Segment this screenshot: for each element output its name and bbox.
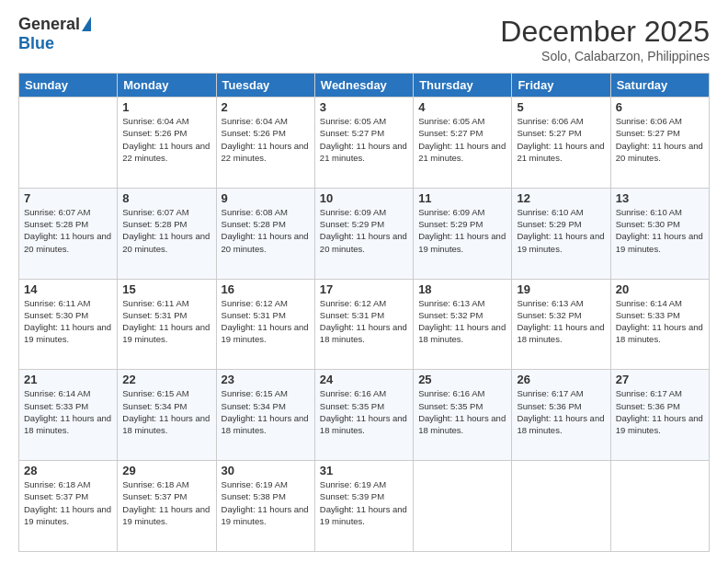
day-number: 15 <box>122 282 210 296</box>
calendar-cell: 31Sunrise: 6:19 AMSunset: 5:39 PMDayligh… <box>314 461 413 552</box>
calendar-cell: 12Sunrise: 6:10 AMSunset: 5:29 PMDayligh… <box>512 188 610 279</box>
day-of-week-header: Thursday <box>414 74 512 98</box>
day-info: Sunrise: 6:18 AMSunset: 5:37 PMDaylight:… <box>24 478 112 527</box>
day-number: 30 <box>222 464 310 477</box>
calendar-table: SundayMondayTuesdayWednesdayThursdayFrid… <box>18 73 710 552</box>
day-of-week-header: Wednesday <box>314 74 413 98</box>
day-info: Sunrise: 6:10 AMSunset: 5:30 PMDaylight:… <box>616 206 704 255</box>
day-number: 16 <box>222 282 310 296</box>
day-info: Sunrise: 6:19 AMSunset: 5:38 PMDaylight:… <box>222 478 310 527</box>
calendar-cell: 11Sunrise: 6:09 AMSunset: 5:29 PMDayligh… <box>414 188 512 279</box>
calendar-cell: 25Sunrise: 6:16 AMSunset: 5:35 PMDayligh… <box>414 370 512 461</box>
day-number: 23 <box>222 373 310 386</box>
day-number: 5 <box>517 100 605 114</box>
calendar-cell <box>610 461 709 552</box>
logo-triangle-icon <box>82 17 91 31</box>
calendar-cell: 5Sunrise: 6:06 AMSunset: 5:27 PMDaylight… <box>512 98 610 189</box>
day-info: Sunrise: 6:12 AMSunset: 5:31 PMDaylight:… <box>320 297 408 346</box>
day-info: Sunrise: 6:06 AMSunset: 5:27 PMDaylight:… <box>616 115 704 164</box>
day-number: 1 <box>122 100 210 114</box>
logo: General Blue <box>18 15 91 53</box>
day-number: 31 <box>320 464 408 477</box>
day-number: 20 <box>616 282 704 296</box>
logo-general-text: General <box>18 15 80 34</box>
day-number: 6 <box>616 100 704 114</box>
calendar-cell <box>512 461 610 552</box>
day-number: 29 <box>122 464 210 477</box>
day-info: Sunrise: 6:11 AMSunset: 5:31 PMDaylight:… <box>122 297 210 346</box>
calendar-cell: 20Sunrise: 6:14 AMSunset: 5:33 PMDayligh… <box>610 279 709 370</box>
logo-blue-text: Blue <box>18 34 54 53</box>
calendar-cell: 4Sunrise: 6:05 AMSunset: 5:27 PMDaylight… <box>414 98 512 189</box>
day-info: Sunrise: 6:18 AMSunset: 5:37 PMDaylight:… <box>122 478 210 527</box>
calendar-cell: 14Sunrise: 6:11 AMSunset: 5:30 PMDayligh… <box>19 279 118 370</box>
day-of-week-header: Saturday <box>610 74 709 98</box>
day-of-week-header: Sunday <box>19 74 118 98</box>
page: General Blue December 2025 Solo, Calabar… <box>0 0 728 563</box>
day-number: 4 <box>418 100 506 114</box>
calendar-cell: 10Sunrise: 6:09 AMSunset: 5:29 PMDayligh… <box>314 188 413 279</box>
day-number: 2 <box>222 100 310 114</box>
day-info: Sunrise: 6:09 AMSunset: 5:29 PMDaylight:… <box>418 206 506 255</box>
day-info: Sunrise: 6:10 AMSunset: 5:29 PMDaylight:… <box>517 206 605 255</box>
day-number: 28 <box>24 464 112 477</box>
header-right: December 2025 Solo, Calabarzon, Philippi… <box>500 15 710 63</box>
day-number: 7 <box>24 191 112 205</box>
month-title: December 2025 <box>500 15 710 49</box>
day-info: Sunrise: 6:13 AMSunset: 5:32 PMDaylight:… <box>418 297 506 346</box>
calendar-cell: 6Sunrise: 6:06 AMSunset: 5:27 PMDaylight… <box>610 98 709 189</box>
calendar-cell: 8Sunrise: 6:07 AMSunset: 5:28 PMDaylight… <box>118 188 216 279</box>
day-number: 18 <box>418 282 506 296</box>
calendar-cell: 15Sunrise: 6:11 AMSunset: 5:31 PMDayligh… <box>118 279 216 370</box>
calendar-cell: 21Sunrise: 6:14 AMSunset: 5:33 PMDayligh… <box>19 370 118 461</box>
calendar-cell: 16Sunrise: 6:12 AMSunset: 5:31 PMDayligh… <box>216 279 314 370</box>
calendar-cell: 24Sunrise: 6:16 AMSunset: 5:35 PMDayligh… <box>314 370 413 461</box>
calendar-cell: 7Sunrise: 6:07 AMSunset: 5:28 PMDaylight… <box>19 188 118 279</box>
day-info: Sunrise: 6:08 AMSunset: 5:28 PMDaylight:… <box>222 206 310 255</box>
location: Solo, Calabarzon, Philippines <box>500 49 710 63</box>
day-number: 13 <box>616 191 704 205</box>
calendar-cell: 19Sunrise: 6:13 AMSunset: 5:32 PMDayligh… <box>512 279 610 370</box>
calendar-week-row: 1Sunrise: 6:04 AMSunset: 5:26 PMDaylight… <box>19 98 710 189</box>
day-number: 21 <box>24 373 112 386</box>
day-info: Sunrise: 6:09 AMSunset: 5:29 PMDaylight:… <box>320 206 408 255</box>
day-number: 25 <box>418 373 506 386</box>
calendar-cell: 23Sunrise: 6:15 AMSunset: 5:34 PMDayligh… <box>216 370 314 461</box>
calendar-cell: 3Sunrise: 6:05 AMSunset: 5:27 PMDaylight… <box>314 98 413 189</box>
day-of-week-header: Friday <box>512 74 610 98</box>
day-number: 14 <box>24 282 112 296</box>
day-info: Sunrise: 6:17 AMSunset: 5:36 PMDaylight:… <box>517 387 605 436</box>
header: General Blue December 2025 Solo, Calabar… <box>18 15 710 63</box>
day-number: 3 <box>320 100 408 114</box>
day-info: Sunrise: 6:17 AMSunset: 5:36 PMDaylight:… <box>616 387 704 436</box>
day-number: 9 <box>222 191 310 205</box>
calendar-week-row: 14Sunrise: 6:11 AMSunset: 5:30 PMDayligh… <box>19 279 710 370</box>
calendar-cell: 22Sunrise: 6:15 AMSunset: 5:34 PMDayligh… <box>118 370 216 461</box>
day-info: Sunrise: 6:06 AMSunset: 5:27 PMDaylight:… <box>517 115 605 164</box>
day-number: 10 <box>320 191 408 205</box>
day-info: Sunrise: 6:15 AMSunset: 5:34 PMDaylight:… <box>222 387 310 436</box>
day-info: Sunrise: 6:14 AMSunset: 5:33 PMDaylight:… <box>616 297 704 346</box>
calendar-cell: 28Sunrise: 6:18 AMSunset: 5:37 PMDayligh… <box>19 461 118 552</box>
day-of-week-header: Monday <box>118 74 216 98</box>
calendar-cell: 17Sunrise: 6:12 AMSunset: 5:31 PMDayligh… <box>314 279 413 370</box>
day-of-week-header: Tuesday <box>216 74 314 98</box>
day-info: Sunrise: 6:11 AMSunset: 5:30 PMDaylight:… <box>24 297 112 346</box>
day-info: Sunrise: 6:19 AMSunset: 5:39 PMDaylight:… <box>320 478 408 527</box>
day-info: Sunrise: 6:05 AMSunset: 5:27 PMDaylight:… <box>418 115 506 164</box>
day-number: 24 <box>320 373 408 386</box>
calendar-cell: 27Sunrise: 6:17 AMSunset: 5:36 PMDayligh… <box>610 370 709 461</box>
calendar-cell: 13Sunrise: 6:10 AMSunset: 5:30 PMDayligh… <box>610 188 709 279</box>
day-info: Sunrise: 6:13 AMSunset: 5:32 PMDaylight:… <box>517 297 605 346</box>
day-number: 19 <box>517 282 605 296</box>
day-number: 26 <box>517 373 605 386</box>
day-number: 27 <box>616 373 704 386</box>
calendar-cell: 29Sunrise: 6:18 AMSunset: 5:37 PMDayligh… <box>118 461 216 552</box>
day-info: Sunrise: 6:14 AMSunset: 5:33 PMDaylight:… <box>24 387 112 436</box>
day-number: 17 <box>320 282 408 296</box>
calendar-cell: 1Sunrise: 6:04 AMSunset: 5:26 PMDaylight… <box>118 98 216 189</box>
day-info: Sunrise: 6:07 AMSunset: 5:28 PMDaylight:… <box>122 206 210 255</box>
day-info: Sunrise: 6:16 AMSunset: 5:35 PMDaylight:… <box>418 387 506 436</box>
day-info: Sunrise: 6:04 AMSunset: 5:26 PMDaylight:… <box>122 115 210 164</box>
calendar-cell <box>414 461 512 552</box>
